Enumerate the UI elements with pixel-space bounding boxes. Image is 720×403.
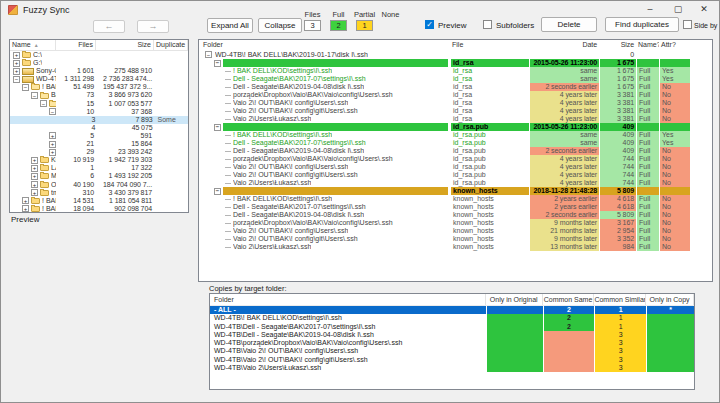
dup-file-row[interactable]: Vaio 2\! OUT\BAK\! config\Users\.sshid_r… <box>199 163 712 171</box>
dup-file-row[interactable]: porządek\Dropbox\Vaio\BAK\Vaio\config\Us… <box>199 91 712 99</box>
dup-file-row[interactable]: Dell - Seagate\BAK\2019-04-08\disk I\.ss… <box>199 147 712 155</box>
tree-expand-glyph[interactable]: + <box>49 141 56 148</box>
dup-file-row[interactable]: Vaio 2\! OUT\BAK\! config\git\Users\.ssh… <box>199 107 712 115</box>
tree-expand-glyph[interactable]: + <box>13 52 20 59</box>
target-folder-row[interactable]: - ALL -21* <box>210 306 694 314</box>
dup-file-row[interactable]: ! BAK DELL\KOD\settings\I\.sshknown_host… <box>199 195 712 203</box>
find-duplicates-button[interactable]: Find duplicates <box>605 17 679 32</box>
tree-col-size[interactable]: Size <box>96 40 154 50</box>
subfolders-checkbox-label[interactable]: Subfolders <box>496 21 534 30</box>
dup-file-row[interactable]: Vaio 2\! OUT\BAK\! config\Users\.sshknow… <box>199 227 712 235</box>
tree-expand-glyph[interactable]: + <box>31 173 38 180</box>
dup-col-date[interactable]: Date <box>529 40 599 50</box>
tree-row[interactable]: −BAK733 866 973 620 <box>10 91 188 99</box>
tree-row[interactable]: +settin...2923 393 242 <box>10 148 188 156</box>
tree-row[interactable]: +LAST117 322 <box>10 164 188 172</box>
tree-row[interactable]: +Pr...445 075 <box>10 124 188 132</box>
target-folder-row[interactable]: WD-4TB\Vaio 2\! OUT\BAK\! config\git\Use… <box>210 356 694 364</box>
dup-group-header[interactable]: −id_rsa2015-05-26 11:23:001 675 <box>199 59 712 67</box>
copies-col-only-copy[interactable]: Only in Copy <box>646 294 694 305</box>
tree-row[interactable]: +Sony-O [1 60...1 601275 488 910 <box>10 67 188 75</box>
expand-all-button[interactable]: Expand All <box>207 18 253 33</box>
delete-button[interactable]: Delete <box>541 17 597 32</box>
dup-file-row[interactable]: porządek\Dropbox\Vaio\BAK\Vaio\config\Us… <box>199 219 712 227</box>
side-by-side-checkbox-label[interactable]: Side by side <box>694 22 720 29</box>
dup-col-attr-match[interactable]: Attr? <box>659 40 690 50</box>
tree-row[interactable]: +OUT40 190184 704 090 7... <box>10 181 188 189</box>
tree-expand-glyph[interactable]: + <box>49 149 56 156</box>
tree-expand-glyph[interactable]: + <box>13 68 20 75</box>
preview-checkbox-label[interactable]: Preview <box>438 21 466 30</box>
dup-col-file[interactable]: File <box>450 40 529 50</box>
close-button[interactable]: ✕ <box>691 1 717 19</box>
tree-expand-glyph[interactable]: − <box>13 76 20 83</box>
tree-expand-glyph[interactable]: − <box>22 84 29 91</box>
tree-expand-glyph[interactable]: + <box>31 165 38 172</box>
forward-button[interactable]: → <box>137 20 169 33</box>
copies-col-common-similar[interactable]: Common Similar <box>594 294 646 305</box>
target-folder-row[interactable]: WD-4TB\Dell - Seagate\BAK\2017-07\settin… <box>210 323 694 331</box>
dup-col-folder[interactable]: Folder <box>199 40 450 50</box>
copies-col-only-original[interactable]: Only in Original <box>486 294 543 305</box>
tree-row[interactable]: +C:\ <box>10 51 188 59</box>
tree-collapse-glyph[interactable]: − <box>205 51 212 58</box>
collapse-button[interactable]: Collapse <box>258 18 302 33</box>
tree-row[interactable]: +Chro...5591 <box>10 132 188 140</box>
dup-file-row[interactable]: Vaio 2\! OUT\BAK\! config\git\Users\.ssh… <box>199 171 712 179</box>
dup-col-name-match[interactable]: Name? <box>636 40 659 50</box>
dup-file-row[interactable]: Vaio 2\! OUT\BAK\! config\Users\.sshid_r… <box>199 99 712 107</box>
target-folder-row[interactable]: WD-4TB\Vaio 2\! OUT\BAK\! config\Users\.… <box>210 347 694 355</box>
target-folder-row[interactable]: WD-4TB\porządek\Dropbox\Vaio\BAK\Vaio\co… <box>210 339 694 347</box>
dup-file-row[interactable]: porządek\Dropbox\Vaio\BAK\Vaio\config\Us… <box>199 155 712 163</box>
tree-col-duplicate[interactable]: Duplicate <box>154 40 188 50</box>
dup-col-size[interactable]: Size <box>599 40 636 50</box>
tree-row[interactable]: −WD-4TB [1 3...1 311 2982 736 283 474... <box>10 75 188 83</box>
dup-file-row[interactable]: Vaio 2\Users\Łukasz\.sshid_rsa.pub4 year… <box>199 179 712 187</box>
dup-root-row[interactable]: −WD-4TB\! BAK DELL\BAK\2019-01-17\disk I… <box>199 50 712 59</box>
tree-expand-glyph[interactable]: − <box>40 100 47 107</box>
tree-expand-glyph[interactable]: + <box>31 181 38 188</box>
tree-row[interactable]: +! BAK DELL -...18 094902 098 704 <box>10 205 188 213</box>
tree-row[interactable]: +KOD10 9191 942 719 303 <box>10 156 188 164</box>
target-folder-row[interactable]: WD-4TB\Dell - Seagate\BAK\2019-04-08\dis… <box>210 331 694 339</box>
tree-row[interactable]: +G:\ <box>10 59 188 67</box>
tree-expand-glyph[interactable]: + <box>31 189 38 196</box>
dup-file-row[interactable]: Vaio 2\Users\Łukasz\.sshknown_hosts13 mo… <box>199 243 712 251</box>
dup-group-header[interactable]: −id_rsa.pub2015-05-26 11:23:00409 <box>199 123 712 131</box>
dup-file-row[interactable]: Dell - Seagate\BAK\2017-07\settings\I\.s… <box>199 139 712 147</box>
dup-file-row[interactable]: Vaio 2\! OUT\BAK\! config\git\Users\.ssh… <box>199 235 712 243</box>
tree-row[interactable]: .ssh37 893Some <box>10 116 188 124</box>
tree-expand-glyph[interactable]: + <box>22 197 29 204</box>
subfolders-checkbox[interactable] <box>483 20 492 29</box>
tree-expand-glyph[interactable]: + <box>49 132 56 139</box>
dup-group-header[interactable]: −known_hosts2018-11-28 21:48:285 809 <box>199 187 712 195</box>
dup-file-row[interactable]: Vaio 2\Users\Łukasz\.sshid_rsa4 years la… <box>199 115 712 123</box>
tree-row[interactable]: +tmp3103 430 379 817 <box>10 189 188 197</box>
target-folder-row[interactable]: WD-4TB\! BAK DELL\KOD\settings\I\.ssh21 <box>210 314 694 322</box>
dup-file-row[interactable]: Dell - Seagate\BAK\2017-07\settings\I\.s… <box>199 203 712 211</box>
tree-row[interactable]: +folder...2115 864 <box>10 140 188 148</box>
side-by-side-checkbox[interactable] <box>683 20 692 29</box>
copies-col-folder[interactable]: Folder <box>210 294 486 305</box>
tree-row[interactable]: −! BAK DELL51 499195 437 372 9... <box>10 83 188 91</box>
tree-row[interactable]: +MOJE61 493 192 205 <box>10 172 188 180</box>
tree-col-name[interactable]: Name▲ <box>10 40 56 50</box>
tree-collapse-glyph[interactable]: − <box>214 60 221 67</box>
tree-expand-glyph[interactable]: + <box>22 205 29 212</box>
tree-col-files[interactable]: Files <box>56 40 96 50</box>
dup-file-row[interactable]: Dell - Seagate\BAK\2017-07\settings\I\.s… <box>199 75 712 83</box>
back-button[interactable]: ← <box>93 20 125 33</box>
tree-collapse-glyph[interactable]: − <box>214 188 221 195</box>
dup-file-row[interactable]: Dell - Seagate\BAK\2019-04-08\disk I\.ss… <box>199 83 712 91</box>
tree-expand-glyph[interactable]: + <box>13 60 20 67</box>
tree-row[interactable]: −di...1037 368 <box>10 108 188 116</box>
dup-file-row[interactable]: Dell - Seagate\BAK\2019-04-08\disk I\.ss… <box>199 211 712 219</box>
dup-file-row[interactable]: ! BAK DELL\KOD\settings\I\.sshid_rsa.pub… <box>199 131 712 139</box>
tree-collapse-glyph[interactable]: − <box>214 124 221 131</box>
target-folder-row[interactable]: WD-4TB\Vaio 2\Users\Łukasz\.ssh3 <box>210 364 694 372</box>
dup-file-row[interactable]: ! BAK DELL\KOD\settings\I\.sshid_rsasame… <box>199 67 712 75</box>
tree-row[interactable]: +! BAK DELL -...14 5311 181 054 811 <box>10 197 188 205</box>
copies-col-common-same[interactable]: Common Same <box>543 294 595 305</box>
tree-expand-glyph[interactable]: − <box>49 108 56 115</box>
preview-checkbox[interactable] <box>425 20 434 29</box>
